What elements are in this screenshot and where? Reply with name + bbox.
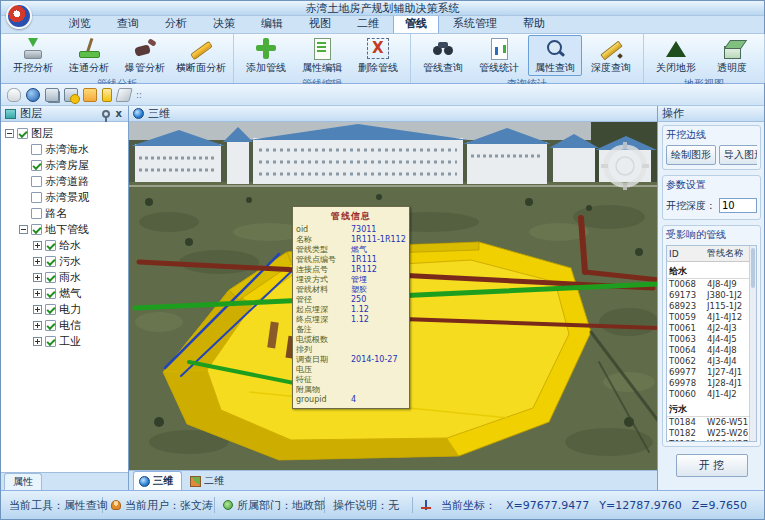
app-logo-icon[interactable] (6, 3, 32, 29)
layer-checkbox[interactable] (45, 336, 56, 347)
ribbon-button-attredit[interactable]: 属性编辑 (295, 35, 349, 76)
expand-toggle-icon[interactable] (5, 129, 14, 138)
view-tab-二维[interactable]: 二维 (184, 471, 233, 490)
ribbon-button-stat[interactable]: 管线统计 (472, 35, 526, 76)
layer-checkbox[interactable] (45, 240, 56, 251)
ribbon-button-transparency[interactable]: 透明度 (705, 35, 759, 76)
menu-tab-7[interactable]: 管线 (393, 13, 439, 33)
pin-icon[interactable] (102, 110, 110, 118)
toolbar-overflow-icon[interactable]: :: (136, 90, 142, 100)
expand-toggle-icon[interactable] (33, 241, 42, 250)
tree-item-电信[interactable]: 电信 (5, 317, 128, 333)
expand-toggle-icon[interactable] (33, 321, 42, 330)
layer-checkbox[interactable] (31, 144, 42, 155)
card-icon[interactable] (83, 88, 97, 102)
table-row[interactable]: T00614J2-4J3 (667, 323, 756, 334)
depth-input[interactable] (719, 198, 757, 213)
tree-item-赤湾道路[interactable]: 赤湾道路 (5, 173, 128, 189)
tree-item-路名[interactable]: 路名 (5, 205, 128, 221)
table-row[interactable]: 68923J115-1J2 (667, 301, 756, 312)
layer-checkbox[interactable] (31, 224, 42, 235)
table-row[interactable]: T00634J4-4J5 (667, 334, 756, 345)
tree-item-电力[interactable]: 电力 (5, 301, 128, 317)
layer-checkbox[interactable] (17, 128, 28, 139)
ribbon-button-query[interactable]: 管线查询 (416, 35, 470, 76)
popup-field-label: 管径 (296, 295, 351, 305)
ribbon-button-terrain[interactable]: 关闭地形 (649, 35, 703, 76)
expand-toggle-icon[interactable] (33, 257, 42, 266)
menu-tab-0[interactable]: 浏览 (57, 13, 103, 33)
cell-id: T0060 (667, 389, 705, 400)
layer-checkbox[interactable] (45, 272, 56, 283)
menu-tab-9[interactable]: 帮助 (511, 13, 557, 33)
layers-icon[interactable] (115, 88, 132, 102)
expand-toggle-icon[interactable] (33, 337, 42, 346)
table-scrollbar[interactable] (749, 246, 756, 441)
table-row[interactable]: T00594J1-4J12 (667, 312, 756, 323)
expand-toggle-icon[interactable] (19, 225, 28, 234)
tree-item-给水[interactable]: 给水 (5, 237, 128, 253)
edge-button-导入图形[interactable]: 导入图形 (719, 145, 757, 165)
table-row[interactable]: T0182W25-W26 (667, 427, 756, 438)
menu-tab-2[interactable]: 分析 (153, 13, 199, 33)
battery-icon[interactable] (102, 88, 112, 102)
menu-tab-4[interactable]: 编辑 (249, 13, 295, 33)
scene-3d[interactable]: 管线信息 oid73011名称1R111-1R112管线类型燃气管线点编号1R1… (129, 122, 657, 470)
table-row[interactable]: 69173J380-1J2 (667, 290, 756, 301)
menu-tab-3[interactable]: 决策 (201, 13, 247, 33)
table-row[interactable]: T0184W26-W51 (667, 416, 756, 427)
ribbon-button-burst[interactable]: 爆管分析 (118, 35, 172, 76)
menu-tab-5[interactable]: 视图 (297, 13, 343, 33)
menu-tab-8[interactable]: 系统管理 (441, 13, 509, 33)
ribbon-button-add[interactable]: 添加管线 (239, 35, 293, 76)
tab-properties[interactable]: 属性 (4, 473, 42, 490)
ribbon-button-section[interactable]: 横断面分析 (174, 35, 228, 76)
ribbon-button-attrquery[interactable]: 属性查询 (528, 35, 582, 76)
tree-item-赤湾海水[interactable]: 赤湾海水 (5, 141, 128, 157)
excavate-button[interactable]: 开 挖 (676, 454, 748, 477)
table-row[interactable]: T0183W26-W27 (667, 438, 756, 442)
close-icon[interactable]: x (114, 108, 124, 119)
ribbon-button-delete[interactable]: 删除管线 (351, 35, 405, 76)
expand-toggle-icon[interactable] (33, 289, 42, 298)
layer-checkbox[interactable] (45, 304, 56, 315)
tree-item-赤湾房屋[interactable]: 赤湾房屋 (5, 157, 128, 173)
tree-item-雨水[interactable]: 雨水 (5, 269, 128, 285)
ribbon-button-depth[interactable]: 深度查询 (584, 35, 638, 76)
tree-item-工业[interactable]: 工业 (5, 333, 128, 349)
layer-checkbox[interactable] (45, 256, 56, 267)
ribbon-button-connect[interactable]: 连通分析 (62, 35, 116, 76)
view-tab-三维[interactable]: 三维 (133, 471, 182, 490)
screen-flag-icon[interactable] (64, 88, 78, 102)
layer-checkbox[interactable] (31, 176, 42, 187)
table-row[interactable]: T00644J4-4J8 (667, 345, 756, 356)
popup-field-label: 终点埋深 (296, 315, 351, 325)
network-icon[interactable] (45, 88, 59, 102)
tree-item-赤湾景观[interactable]: 赤湾景观 (5, 189, 128, 205)
ribbon-button-excavate[interactable]: 开挖分析 (6, 35, 60, 76)
table-row[interactable]: 699771J27-4J1 (667, 367, 756, 378)
edge-button-绘制图形[interactable]: 绘制图形 (666, 145, 716, 165)
popup-field-label: oid (296, 225, 351, 235)
layer-checkbox[interactable] (45, 320, 56, 331)
globe-icon[interactable] (26, 88, 40, 102)
menu-tab-6[interactable]: 二维 (345, 13, 391, 33)
table-row[interactable]: T00604J1-4J2 (667, 389, 756, 400)
expand-toggle-icon[interactable] (33, 305, 42, 314)
layer-checkbox[interactable] (45, 288, 56, 299)
pan-icon[interactable] (7, 88, 21, 102)
tree-item-label: 赤湾道路 (45, 174, 89, 189)
tree-item-图层[interactable]: 图层 (5, 125, 128, 141)
layer-checkbox[interactable] (31, 192, 42, 203)
expand-toggle-icon[interactable] (33, 273, 42, 282)
layer-checkbox[interactable] (31, 208, 42, 219)
tree-item-污水[interactable]: 污水 (5, 253, 128, 269)
tree-item-地下管线[interactable]: 地下管线 (5, 221, 128, 237)
menu-tab-1[interactable]: 查询 (105, 13, 151, 33)
table-row[interactable]: T00684J8-4J9 (667, 279, 756, 290)
tree-item-燃气[interactable]: 燃气 (5, 285, 128, 301)
burst-icon (133, 38, 157, 60)
table-row[interactable]: 699781J28-4J1 (667, 378, 756, 389)
layer-checkbox[interactable] (31, 160, 42, 171)
table-row[interactable]: T00624J3-4J4 (667, 356, 756, 367)
